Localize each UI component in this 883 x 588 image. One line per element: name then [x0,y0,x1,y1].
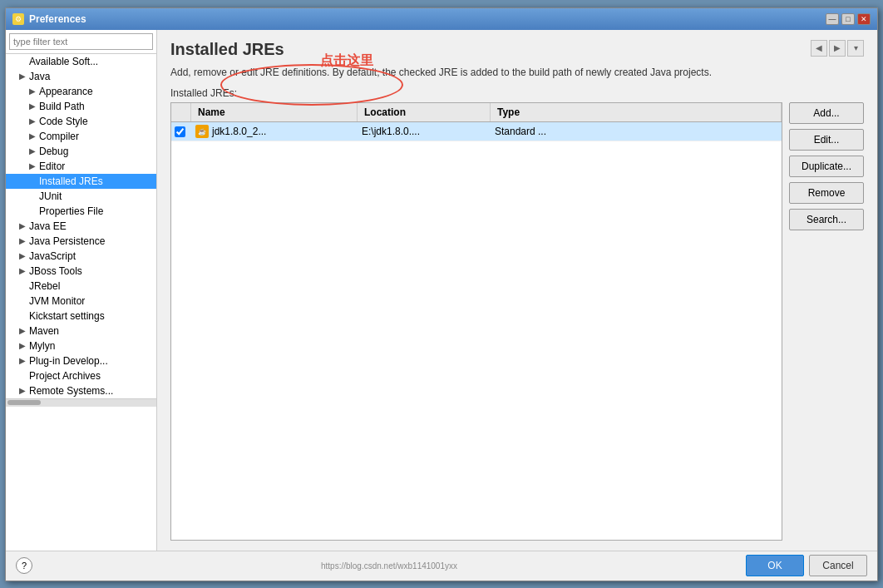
sidebar-item-code-style[interactable]: ▶ Code Style [6,114,156,129]
arrow-icon: ▶ [29,86,37,96]
title-bar-left: ⚙ Preferences [12,13,86,25]
table-body: ☕ jdk1.8.0_2... E:\jdk1.8.0.... Standard… [171,122,782,539]
sidebar-item-installed-jres[interactable]: Installed JREs [6,174,156,189]
description-text: Add, remove or edit JRE definitions. By … [170,66,864,80]
jre-type-cell: Standard ... [488,123,782,140]
side-buttons: Add... Edit... Duplicate... Remove Searc… [789,102,864,540]
sidebar-item-plug-in-dev[interactable]: ▶ Plug-in Develop... [6,353,156,368]
filter-box [6,30,156,54]
arrow-icon: ▶ [29,161,37,170]
sidebar-item-available-software[interactable]: Available Soft... [6,54,156,69]
footer: ? https://blog.csdn.net/wxb1141001yxx OK… [6,551,877,581]
sidebar: Available Soft... ▶ Java ▶ Appearance ▶ … [6,30,157,551]
table-and-buttons: Name Location Type ☕ jdk1.8.0_2... [170,102,864,540]
preferences-icon: ⚙ [12,13,24,25]
sidebar-item-jvm-monitor[interactable]: JVM Monitor [6,294,156,309]
arrow-icon: ▶ [19,221,27,230]
sidebar-item-properties-file[interactable]: Properties File [6,204,156,219]
arrow-icon: ▶ [29,116,37,126]
sidebar-item-maven[interactable]: ▶ Maven [6,324,156,338]
jre-table: Name Location Type ☕ jdk1.8.0_2... [170,102,782,540]
watermark: https://blog.csdn.net/wxb1141001yxx [321,561,457,571]
sidebar-item-jrebel[interactable]: JRebel [6,279,156,294]
nav-buttons: ◀ ▶ ▾ [811,40,864,57]
arrow-icon: ▶ [19,326,27,335]
forward-button[interactable]: ▶ [829,40,846,57]
footer-left: ? [16,557,32,574]
ok-button[interactable]: OK [746,555,804,576]
dialog-title: Preferences [29,13,86,25]
sidebar-item-compiler[interactable]: ▶ Compiler [6,129,156,144]
maximize-button[interactable]: □ [841,13,855,25]
title-bar: ⚙ Preferences — □ ✕ [6,8,877,30]
page-title: Installed JREs [170,40,284,59]
annotation-text: 点击这里 [320,52,373,70]
sidebar-item-junit[interactable]: JUnit [6,189,156,204]
sidebar-item-appearance[interactable]: ▶ Appearance [6,84,156,99]
main-area: Installed JREs ◀ ▶ ▾ Add, remove or edit… [157,30,877,551]
jre-name-cell: ☕ jdk1.8.0_2... [189,122,355,141]
duplicate-button[interactable]: Duplicate... [789,156,864,177]
table-header: Name Location Type [171,103,782,122]
close-button[interactable]: ✕ [857,13,871,25]
name-column-header: Name [191,103,358,121]
sidebar-item-java-persistence[interactable]: ▶ Java Persistence [6,234,156,249]
annotation-container: Installed JREs: 点击这里 [170,87,864,102]
sidebar-item-mylyn[interactable]: ▶ Mylyn [6,338,156,353]
search-button[interactable]: Search... [789,209,864,230]
sidebar-item-javascript[interactable]: ▶ JavaScript [6,249,156,264]
jre-location-cell: E:\jdk1.8.0.... [355,123,488,140]
sidebar-item-debug[interactable]: ▶ Debug [6,144,156,159]
table-row[interactable]: ☕ jdk1.8.0_2... E:\jdk1.8.0.... Standard… [171,122,782,141]
back-button[interactable]: ◀ [811,40,827,57]
add-button[interactable]: Add... [789,102,864,124]
arrow-icon: ▶ [19,356,27,365]
edit-button[interactable]: Edit... [789,129,864,151]
sidebar-item-remote-systems[interactable]: ▶ Remote Systems... [6,383,156,398]
filter-input[interactable] [9,33,153,50]
arrow-icon: ▶ [29,131,37,141]
cancel-button[interactable]: Cancel [809,555,867,576]
horizontal-scrollbar[interactable] [6,398,156,407]
arrow-icon: ▶ [19,251,27,260]
arrow-icon: ▶ [29,101,37,111]
window-controls: — □ ✕ [826,13,871,25]
arrow-icon: ▶ [19,236,27,245]
sidebar-item-editor[interactable]: ▶ Editor [6,159,156,174]
preferences-dialog: ⚙ Preferences — □ ✕ Available Soft... ▶ … [5,7,878,581]
dialog-content: Available Soft... ▶ Java ▶ Appearance ▶ … [6,30,877,551]
remove-button[interactable]: Remove [789,182,864,204]
main-header: Installed JREs ◀ ▶ ▾ [170,40,864,59]
scrollbar-thumb[interactable] [7,400,41,405]
nav-dropdown-button[interactable]: ▾ [847,40,864,57]
row-checkbox[interactable] [171,124,189,140]
arrow-icon: ▶ [19,341,27,350]
minimize-button[interactable]: — [826,13,839,25]
arrow-icon: ▶ [19,266,27,275]
arrow-icon: ▶ [19,386,27,395]
arrow-icon: ▶ [19,72,27,81]
jre-icon: ☕ [195,125,209,138]
location-column-header: Location [358,103,491,121]
sidebar-item-build-path[interactable]: ▶ Build Path [6,99,156,114]
footer-right: OK Cancel [746,555,867,576]
sidebar-item-jboss-tools[interactable]: ▶ JBoss Tools [6,264,156,279]
sidebar-item-java-ee[interactable]: ▶ Java EE [6,219,156,234]
sidebar-item-java[interactable]: ▶ Java [6,69,156,84]
jre-checkbox[interactable] [175,126,185,137]
sidebar-item-project-archives[interactable]: Project Archives [6,368,156,383]
arrow-icon: ▶ [29,146,37,156]
sidebar-item-kickstart[interactable]: Kickstart settings [6,309,156,324]
help-button[interactable]: ? [16,557,32,574]
type-column-header: Type [491,103,782,121]
checkbox-header [171,103,191,121]
installed-label: Installed JREs: [170,87,864,99]
